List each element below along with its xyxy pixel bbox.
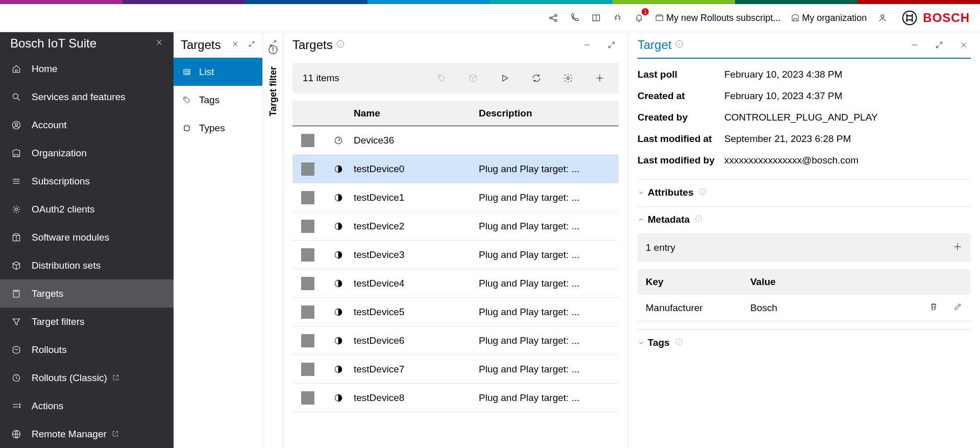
sidebar-item-services-and-features[interactable]: Services and features: [0, 83, 174, 111]
table-row[interactable]: testDevice1Plug and Play target: ...: [292, 183, 619, 212]
subscription-link[interactable]: My new Rollouts subscript...: [655, 13, 780, 23]
targets-nav-item-tags[interactable]: Tags: [174, 86, 262, 114]
share-icon[interactable]: [546, 10, 561, 26]
close-icon[interactable]: [957, 38, 971, 52]
row-checkbox[interactable]: [301, 277, 314, 290]
svg-point-15: [185, 98, 186, 99]
add-icon[interactable]: [591, 69, 608, 87]
attributes-section-toggle[interactable]: Attributes: [638, 187, 971, 198]
row-description: Plug and Play target: ...: [479, 335, 619, 346]
notifications-icon[interactable]: 1: [631, 10, 647, 26]
row-description: Plug and Play target: ...: [479, 163, 619, 175]
row-checkbox[interactable]: [301, 220, 314, 233]
expand-icon: [269, 39, 277, 48]
row-checkbox[interactable]: [301, 334, 314, 347]
table-row[interactable]: testDevice8Plug and Play target: ...: [292, 384, 619, 412]
sidebar-item-distribution-sets[interactable]: Distribution sets: [0, 251, 174, 279]
row-checkbox[interactable]: [301, 363, 314, 376]
sidebar-item-organization[interactable]: Organization: [0, 139, 174, 167]
table-row[interactable]: Device36: [292, 126, 619, 155]
sidebar-item-software-modules[interactable]: Software modules: [0, 223, 174, 251]
sidebar-item-rollouts-classic-[interactable]: Rollouts (Classic): [0, 364, 174, 392]
sidebar-item-subscriptions[interactable]: Subscriptions: [0, 167, 174, 195]
truck-icon: [10, 344, 22, 356]
targets-panel: Targets 11 items Name Description Device…: [283, 32, 628, 448]
item-count: 11 items: [303, 73, 419, 84]
sidebar-item-rollouts[interactable]: Rollouts: [0, 336, 174, 364]
close-icon[interactable]: [232, 40, 239, 50]
settings-icon[interactable]: [559, 69, 577, 87]
user-icon[interactable]: [875, 10, 890, 26]
targets-nav-title: Targets: [181, 38, 232, 52]
row-description: Plug and Play target: ...: [479, 306, 619, 318]
edit-icon[interactable]: [953, 302, 963, 314]
info-icon[interactable]: [675, 337, 686, 348]
notification-badge: 1: [642, 8, 649, 15]
col-description[interactable]: Description: [479, 108, 619, 119]
svg-rect-14: [184, 69, 190, 75]
add-metadata-icon[interactable]: [952, 242, 963, 254]
table-row[interactable]: testDevice6Plug and Play target: ...: [292, 326, 619, 355]
phone-icon[interactable]: [567, 10, 582, 26]
package-icon: [10, 231, 22, 244]
sidebar-item-remote-manager[interactable]: Remote Manager: [0, 420, 174, 448]
organization-link[interactable]: My organization: [791, 13, 867, 23]
col-name[interactable]: Name: [354, 108, 479, 119]
table-row[interactable]: testDevice7Plug and Play target: ...: [292, 355, 619, 384]
building-icon: [10, 147, 22, 159]
row-name: testDevice2: [354, 221, 479, 232]
row-description: Plug and Play target: ...: [479, 249, 619, 261]
sidebar-item-target-filters[interactable]: Target filters: [0, 308, 174, 336]
sidebar-item-account[interactable]: Account: [0, 111, 174, 139]
table-row[interactable]: testDevice4Plug and Play target: ...: [292, 269, 619, 298]
tags-section-toggle[interactable]: Tags: [638, 337, 971, 348]
row-checkbox[interactable]: [301, 305, 314, 319]
book-icon[interactable]: [589, 10, 604, 26]
targets-nav-item-types[interactable]: Types: [174, 114, 262, 142]
row-description: Plug and Play target: ...: [479, 364, 619, 375]
targets-nav-label: Tags: [199, 95, 219, 106]
sidebar-item-label: Home: [32, 63, 58, 75]
expand-icon[interactable]: [248, 40, 255, 50]
sidebar-item-label: Remote Manager: [32, 429, 107, 440]
detail-field: Created byCONTROLLER_PLUG_AND_PLAY: [638, 107, 971, 128]
play-icon[interactable]: [496, 69, 513, 87]
expand-icon[interactable]: [932, 38, 946, 52]
info-icon[interactable]: [695, 214, 706, 225]
legal-icon[interactable]: [610, 10, 625, 26]
sidebar-item-label: Rollouts: [32, 344, 67, 356]
svg-point-1: [555, 14, 557, 16]
minimize-icon[interactable]: [580, 38, 594, 52]
row-checkbox[interactable]: [301, 391, 314, 405]
minimize-icon[interactable]: [908, 38, 922, 52]
table-row[interactable]: testDevice3Plug and Play target: ...: [292, 241, 619, 269]
info-icon[interactable]: [336, 39, 345, 51]
table-row[interactable]: testDevice2Plug and Play target: ...: [292, 212, 619, 241]
row-checkbox[interactable]: [301, 191, 314, 204]
row-checkbox[interactable]: [301, 134, 314, 147]
sidebar-item-label: Services and features: [32, 91, 126, 103]
expand-icon[interactable]: [604, 38, 619, 52]
target-filter-bar[interactable]: Target filter ⓘ: [263, 32, 283, 448]
svg-point-18: [439, 76, 440, 77]
metadata-section-toggle[interactable]: Metadata: [638, 214, 971, 225]
refresh-icon[interactable]: [528, 69, 545, 87]
sidebar-item-targets[interactable]: Targets: [0, 279, 174, 308]
row-checkbox[interactable]: [301, 162, 314, 176]
row-name: Device36: [354, 135, 479, 146]
info-icon[interactable]: [699, 187, 710, 198]
row-name: testDevice1: [354, 192, 479, 203]
sidebar-item-oauth2-clients[interactable]: OAuth2 clients: [0, 195, 174, 223]
row-checkbox[interactable]: [301, 248, 314, 262]
detail-title: Target: [638, 38, 672, 52]
targets-nav-item-list[interactable]: List: [174, 58, 262, 86]
sidebar-item-home[interactable]: Home: [0, 55, 174, 83]
close-icon[interactable]: [155, 38, 163, 49]
svg-point-9: [15, 208, 18, 210]
table-row[interactable]: testDevice0Plug and Play target: ...: [292, 155, 619, 183]
row-description: Plug and Play target: ...: [479, 221, 619, 232]
delete-icon[interactable]: [929, 302, 938, 314]
sidebar-item-actions[interactable]: Actions: [0, 392, 174, 420]
table-row[interactable]: testDevice5Plug and Play target: ...: [292, 298, 619, 326]
info-icon[interactable]: [675, 39, 684, 51]
